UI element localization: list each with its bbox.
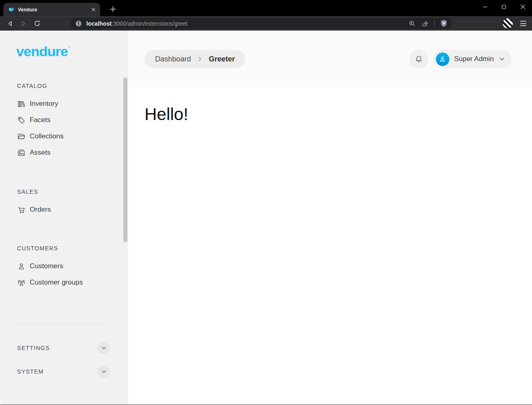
page-heading: Hello! [144, 105, 532, 124]
breadcrumb-greeter: Greeter [209, 55, 235, 63]
bell-icon [414, 55, 423, 63]
browser-window: Vendure [0, 0, 532, 405]
brave-shield-icon[interactable] [440, 20, 447, 27]
sidebar-item-assets[interactable]: Assets [0, 144, 128, 161]
sidebar-divider [16, 324, 111, 324]
sidebar-item-label: Inventory [30, 100, 58, 108]
url-host: localhost [86, 20, 112, 27]
vendure-logo[interactable]: vendure° [16, 44, 128, 58]
nav-group-catalog: Inventory Facets [0, 96, 128, 161]
profile-avatar-icon[interactable] [503, 18, 513, 28]
tab-close-icon[interactable] [90, 6, 97, 13]
sidebar-section-settings: SETTINGS [0, 342, 128, 355]
toolbar-right-cluster [503, 18, 527, 28]
inventory-icon [17, 100, 26, 108]
page-content: Hello! [128, 88, 532, 404]
system-expand-button[interactable] [97, 366, 110, 378]
sidebar-section-system: SYSTEM [0, 365, 128, 378]
window-close-button[interactable] [513, 0, 532, 13]
nav-section-sales: SALES [17, 188, 128, 196]
window-maximize-button[interactable] [495, 0, 513, 13]
system-label: SYSTEM [17, 368, 44, 376]
sidebar-item-label: Assets [30, 149, 50, 157]
sidebar-item-label: Collections [30, 132, 63, 140]
new-tab-button[interactable] [107, 3, 119, 15]
settings-label: SETTINGS [17, 344, 50, 352]
url-path: :3000/admin/extensions/greet [112, 20, 187, 27]
sidebar-item-customers[interactable]: Customers [0, 258, 128, 274]
sidebar-item-facets[interactable]: Facets [0, 112, 128, 128]
address-bar[interactable]: localhost:3000/admin/extensions/greet [70, 18, 452, 29]
breadcrumb-dashboard[interactable]: Dashboard [155, 55, 191, 63]
content-area: vendure° CATALOG Inventory [0, 31, 532, 404]
browser-tab-strip: Vendure [0, 0, 532, 16]
window-controls [476, 0, 532, 13]
back-button[interactable] [5, 18, 15, 29]
user-menu[interactable]: Super Admin [433, 50, 512, 68]
sidebar-item-label: Orders [30, 206, 51, 214]
url-text[interactable]: localhost:3000/admin/extensions/greet [86, 20, 403, 27]
sidebar-item-inventory[interactable]: Inventory [0, 96, 128, 112]
site-info-icon[interactable] [75, 20, 82, 27]
address-bar-separator [434, 20, 435, 26]
settings-expand-button[interactable] [97, 342, 110, 354]
sidebar-item-label: Customers [30, 262, 63, 270]
tab-title: Vendure [18, 7, 90, 13]
breadcrumb: Dashboard Greeter [144, 50, 245, 68]
window-minimize-button[interactable] [476, 0, 495, 13]
sidebar-item-orders[interactable]: Orders [0, 201, 128, 218]
page-topbar: Dashboard Greeter [128, 31, 532, 88]
topbar-right-cluster: Super Admin [409, 50, 512, 68]
sidebar-item-label: Facets [30, 116, 50, 124]
reload-button[interactable] [32, 18, 42, 29]
tag-icon [17, 116, 26, 125]
nav-section-customers: CUSTOMERS [17, 244, 128, 252]
browser-tab-vendure[interactable]: Vendure [3, 3, 100, 16]
logo-trademark: ° [68, 45, 70, 51]
nav-group-customers: Customers Customer groups [0, 258, 128, 291]
user-icon [17, 262, 26, 271]
sidebar-item-collections[interactable]: Collections [0, 128, 128, 144]
main-area: Dashboard Greeter [128, 31, 532, 404]
users-icon [17, 278, 26, 287]
sidebar: vendure° CATALOG Inventory [0, 31, 128, 404]
sidebar-item-label: Customer groups [30, 278, 83, 287]
chevron-down-icon [499, 56, 505, 62]
sidebar-item-customer-groups[interactable]: Customer groups [0, 274, 128, 291]
user-avatar [436, 53, 449, 66]
nav-section-catalog: CATALOG [17, 82, 128, 90]
browser-toolbar: localhost:3000/admin/extensions/greet [0, 16, 532, 31]
menu-icon[interactable] [519, 19, 527, 28]
chevron-right-icon [197, 56, 203, 62]
sidebar-scrollbar[interactable] [123, 77, 127, 242]
forward-button[interactable] [18, 18, 29, 29]
folder-icon [17, 132, 26, 141]
user-name: Super Admin [454, 55, 494, 63]
image-icon [17, 149, 26, 157]
notifications-button[interactable] [409, 50, 428, 68]
cart-icon [17, 206, 26, 214]
zoom-page-icon[interactable] [409, 20, 416, 27]
vendure-favicon-icon [8, 7, 15, 13]
share-icon[interactable] [421, 20, 429, 27]
nav-group-sales: Orders [0, 201, 128, 218]
